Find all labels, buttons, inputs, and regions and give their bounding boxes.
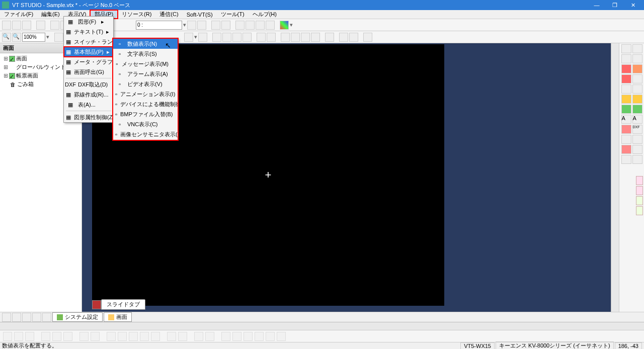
layer-button[interactable] — [54, 33, 63, 42]
run4-button[interactable] — [311, 33, 320, 42]
tool-m3[interactable] — [621, 145, 631, 154]
tool-shape1[interactable] — [621, 74, 631, 83]
close-button[interactable]: ✕ — [624, 0, 642, 10]
config-button[interactable] — [363, 33, 372, 42]
submenu-item[interactable]: ▫文字表示(S) — [113, 49, 178, 59]
rotate-l[interactable] — [167, 332, 176, 341]
tab-nav2[interactable] — [12, 313, 21, 322]
redo-button[interactable] — [221, 21, 230, 30]
tool-m6[interactable] — [632, 155, 642, 164]
menu-resource[interactable]: リソース(R) — [118, 10, 155, 19]
align4-button[interactable] — [243, 33, 252, 42]
palette-btn-1[interactable] — [636, 176, 643, 185]
color-button[interactable] — [280, 21, 289, 30]
same-h[interactable] — [140, 332, 149, 341]
sim1-button[interactable] — [339, 33, 348, 42]
tool-arc[interactable] — [621, 84, 631, 94]
align-center-h[interactable] — [14, 332, 23, 341]
align3-button[interactable] — [232, 33, 242, 42]
submenu-item[interactable]: ▫画像センサモニタ表示(X) — [113, 129, 178, 139]
tool-tri2[interactable] — [632, 95, 642, 104]
tool-tri[interactable] — [621, 95, 631, 104]
run3-button[interactable] — [301, 33, 310, 42]
group[interactable] — [194, 332, 203, 341]
tool-m4[interactable] — [632, 145, 642, 154]
minimize-button[interactable]: — — [588, 0, 606, 10]
flip-v[interactable] — [91, 332, 100, 341]
menu-help[interactable]: ヘルプ(H) — [249, 10, 281, 19]
menu-item[interactable]: ▦罫線作成(R)... — [64, 90, 113, 100]
align-left[interactable] — [3, 332, 12, 341]
tool-m2[interactable] — [632, 135, 642, 144]
front[interactable] — [221, 332, 230, 341]
tool-round[interactable] — [632, 64, 642, 73]
tool-dxf[interactable]: DXF — [632, 125, 642, 134]
tab-nav3[interactable] — [22, 313, 31, 322]
align-right[interactable] — [25, 332, 34, 341]
tool-a-button[interactable] — [235, 21, 245, 30]
zoom-input[interactable] — [22, 33, 45, 42]
menu-edit[interactable]: 編集(E) — [37, 10, 64, 19]
grid-button[interactable] — [184, 33, 193, 42]
snap-button[interactable] — [198, 33, 207, 42]
submenu-item[interactable]: ▫メッセージ表示(M) — [113, 59, 178, 69]
palette-btn-2[interactable] — [636, 186, 643, 195]
device2-button[interactable] — [267, 33, 276, 42]
menu-item[interactable]: DXFDXF取込(D) — [64, 79, 113, 90]
maximize-button[interactable]: ❐ — [606, 0, 624, 10]
menu-item[interactable]: ▦スイッチ・ランプ(S)▸ — [64, 37, 113, 47]
run2-button[interactable] — [291, 33, 300, 42]
menu-item[interactable]: ▦画面呼出(G) — [64, 67, 113, 77]
menu-item[interactable]: ▦メータ・グラフ(M)▸ — [64, 57, 113, 67]
tab-nav1[interactable] — [2, 313, 11, 322]
tool-b-button[interactable] — [246, 21, 255, 30]
horizontal-scrollbar[interactable] — [0, 322, 644, 330]
menu-comm[interactable]: 通信(C) — [155, 10, 182, 19]
vertical-scrollbar[interactable] — [611, 43, 619, 312]
menu-item[interactable]: ▦基本部品(P)▸ — [64, 47, 113, 57]
align2-button[interactable] — [222, 33, 231, 42]
ungroup[interactable] — [205, 332, 214, 341]
submenu-item[interactable]: ▫アラーム表示(A) — [113, 69, 178, 79]
menu-item[interactable]: ▦表(A)... — [64, 100, 113, 110]
flip-h[interactable] — [79, 332, 89, 341]
backward[interactable] — [255, 332, 264, 341]
tool-select[interactable] — [621, 44, 631, 53]
forward[interactable] — [244, 332, 253, 341]
menu-item[interactable]: ▦図形(F)▸ — [64, 17, 113, 27]
tool-rect[interactable] — [621, 54, 631, 63]
nav-down-button[interactable] — [187, 21, 196, 30]
zoom-out-button[interactable]: 🔍 — [12, 33, 21, 42]
device1-button[interactable] — [257, 33, 266, 42]
tool-curve[interactable] — [632, 84, 642, 94]
dist-h[interactable] — [107, 332, 116, 341]
menu-file[interactable]: ファイル(F) — [0, 10, 37, 19]
order1[interactable] — [266, 332, 275, 341]
cut-button[interactable] — [50, 21, 59, 30]
menu-item[interactable]: ▦テキスト(T)▸ — [64, 27, 113, 37]
tab-screen[interactable]: 画面 — [104, 312, 132, 322]
print-button[interactable] — [36, 21, 45, 30]
tool-lamp2[interactable] — [632, 105, 642, 114]
menu-tool[interactable]: ツール(T) — [217, 10, 249, 19]
tool-text[interactable]: A — [621, 115, 631, 124]
tool-line[interactable] — [632, 44, 642, 53]
submenu-item[interactable]: ▫数値表示(N) — [113, 39, 178, 49]
undo-button[interactable] — [211, 21, 220, 30]
palette-btn-3[interactable] — [636, 196, 643, 205]
slide-tab[interactable]: スライドタブ — [92, 299, 145, 310]
tab-system-settings[interactable]: システム設定 — [52, 312, 103, 322]
submenu-item[interactable]: ▫ビデオ表示(V) — [113, 79, 178, 89]
new-button[interactable] — [2, 21, 11, 30]
submenu-item[interactable]: ▫アニメーション表示(I) — [113, 89, 178, 99]
order2[interactable] — [277, 332, 286, 341]
zoom-in-button[interactable]: 🔍 — [2, 33, 11, 42]
save-button[interactable] — [22, 21, 31, 30]
run1-button[interactable] — [281, 33, 290, 42]
sim2-button[interactable] — [349, 33, 358, 42]
page-combo[interactable] — [136, 21, 182, 30]
tab-nav5[interactable] — [42, 313, 51, 322]
dist-v[interactable] — [118, 332, 127, 341]
tab-nav4[interactable] — [32, 313, 41, 322]
submenu-item[interactable]: ▫BMPファイル入替(B) — [113, 109, 178, 119]
